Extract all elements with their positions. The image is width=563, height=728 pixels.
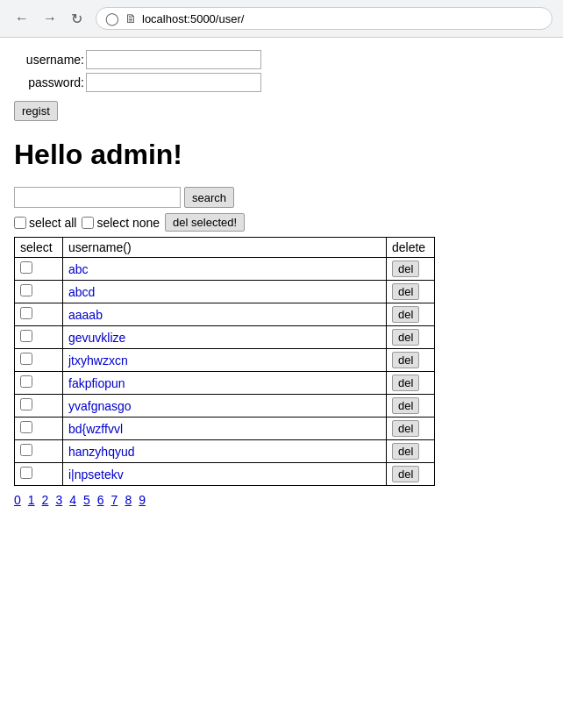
page-link-6[interactable]: 6 [97, 493, 104, 507]
hello-heading: Hello admin! [14, 139, 549, 171]
address-bar[interactable]: ◯ 🗎 localhost:5000/user/ [96, 7, 552, 30]
page-link-8[interactable]: 8 [125, 493, 132, 507]
url-text: localhost:5000/user/ [142, 12, 244, 25]
row-checkbox[interactable] [20, 398, 32, 410]
page-link-5[interactable]: 5 [83, 493, 90, 507]
del-button[interactable]: del [392, 375, 419, 391]
username-link[interactable]: fakpfiopun [68, 376, 125, 390]
username-link[interactable]: aaaab [68, 308, 103, 322]
search-input[interactable] [14, 187, 181, 208]
table-row: i|npsetekvdel [15, 463, 435, 486]
del-button[interactable]: del [392, 466, 419, 482]
page-link-7[interactable]: 7 [111, 493, 118, 507]
username-label: username: [14, 53, 84, 67]
table-row: aaaabdel [15, 303, 435, 326]
password-row: password: [14, 73, 549, 92]
table-row: bd{wzffvvldel [15, 418, 435, 440]
select-none-checkbox[interactable] [82, 217, 94, 229]
row-checkbox[interactable] [20, 284, 32, 296]
page-link-3[interactable]: 3 [55, 493, 62, 507]
regist-button[interactable]: regist [14, 101, 58, 121]
del-button[interactable]: del [392, 397, 419, 414]
col-header-select: select [15, 238, 63, 258]
del-button[interactable]: del [392, 329, 419, 346]
del-button[interactable]: del [392, 283, 419, 300]
table-row: hanzyhqyuddel [15, 440, 435, 463]
security-icon: ◯ [105, 11, 119, 25]
row-checkbox[interactable] [20, 353, 32, 365]
table-row: yvafgnasgodel [15, 395, 435, 418]
del-button[interactable]: del [392, 261, 419, 277]
page-icon: 🗎 [125, 11, 137, 25]
row-checkbox[interactable] [20, 444, 32, 456]
table-row: fakpfiopundel [15, 372, 435, 395]
password-input[interactable] [86, 73, 261, 92]
table-row: abcdel [15, 258, 435, 281]
password-label: password: [14, 75, 84, 89]
del-button[interactable]: del [392, 306, 419, 323]
forward-button[interactable]: → [39, 9, 61, 28]
username-link[interactable]: jtxyhwzxcn [68, 353, 128, 368]
username-link[interactable]: i|npsetekv [68, 467, 124, 482]
table-row: gevuvklizedel [15, 326, 435, 349]
search-area: search [14, 187, 549, 208]
username-link[interactable]: bd{wzffvvl [68, 422, 123, 436]
row-checkbox[interactable] [20, 261, 32, 274]
row-checkbox[interactable] [20, 421, 32, 433]
del-button[interactable]: del [392, 443, 419, 460]
username-link[interactable]: gevuvklize [68, 331, 125, 345]
select-all-label[interactable]: select all [14, 216, 76, 230]
col-header-delete: delete [387, 238, 435, 258]
username-link[interactable]: abc [68, 262, 89, 276]
row-checkbox[interactable] [20, 330, 32, 342]
page-content: username: password: regist Hello admin! … [0, 38, 563, 519]
username-input[interactable] [86, 50, 261, 69]
select-all-checkbox[interactable] [14, 217, 26, 229]
user-table: select username() delete abcdelabcddelaa… [14, 237, 435, 486]
del-selected-button[interactable]: del selected! [165, 213, 245, 232]
search-button[interactable]: search [184, 187, 234, 208]
del-button[interactable]: del [392, 420, 419, 437]
row-checkbox[interactable] [20, 307, 32, 319]
back-button[interactable]: ← [11, 9, 33, 28]
table-row: jtxyhwzxcndel [15, 349, 435, 372]
col-header-username: username() [63, 238, 387, 258]
table-row: abcddel [15, 281, 435, 303]
select-none-label[interactable]: select none [82, 216, 160, 230]
browser-nav: ← → ↻ [11, 9, 87, 29]
del-button[interactable]: del [392, 352, 419, 368]
page-link-4[interactable]: 4 [69, 493, 76, 507]
registration-form: username: password: regist [14, 50, 549, 121]
pagination: 0 1 2 3 4 5 6 7 8 9 [14, 493, 549, 507]
table-header-row: select username() delete [15, 238, 435, 258]
row-checkbox[interactable] [20, 375, 32, 388]
select-controls: select all select none del selected! [14, 213, 549, 232]
username-link[interactable]: hanzyhqyud [68, 445, 135, 459]
page-link-1[interactable]: 1 [28, 493, 35, 507]
username-row: username: [14, 50, 549, 69]
page-link-0[interactable]: 0 [14, 493, 21, 507]
page-link-9[interactable]: 9 [139, 493, 146, 507]
page-link-2[interactable]: 2 [42, 493, 49, 507]
reload-button[interactable]: ↻ [67, 9, 87, 29]
username-link[interactable]: abcd [68, 285, 95, 299]
row-checkbox[interactable] [20, 467, 32, 479]
browser-chrome: ← → ↻ ◯ 🗎 localhost:5000/user/ [0, 0, 563, 38]
username-link[interactable]: yvafgnasgo [68, 399, 132, 413]
